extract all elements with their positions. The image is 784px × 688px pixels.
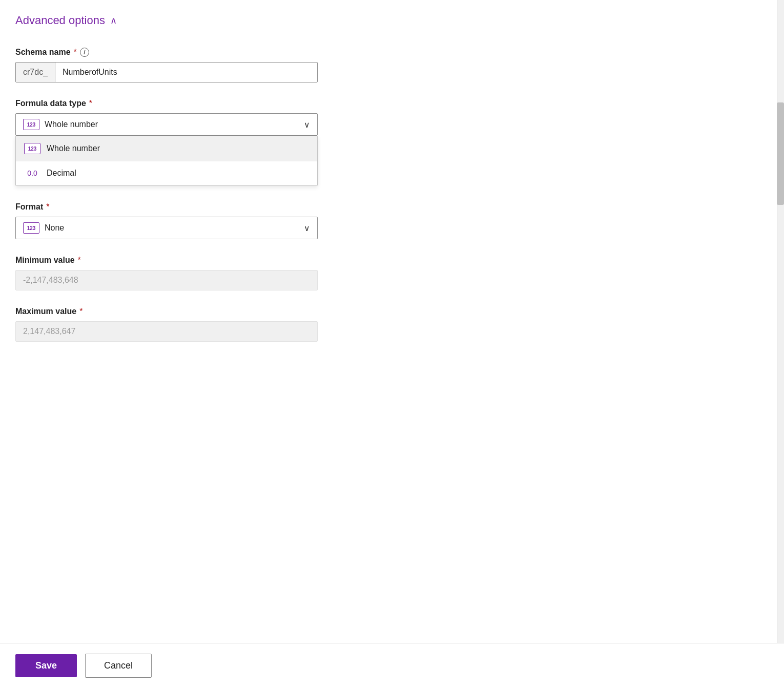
footer: Save Cancel — [0, 643, 784, 688]
formula-data-type-dropdown[interactable]: 123 Whole number ∨ 123 Whole number 0.0 … — [15, 113, 318, 136]
cancel-button[interactable]: Cancel — [85, 654, 152, 678]
minimum-value-input[interactable]: -2,147,483,648 — [15, 270, 318, 290]
formula-data-type-icon: 123 — [23, 119, 39, 130]
maximum-value-section: Maximum value * 2,147,483,647 — [15, 307, 769, 342]
format-required: * — [46, 202, 49, 212]
schema-name-value[interactable]: NumberofUnits — [55, 62, 317, 82]
format-chevron-icon: ∨ — [304, 223, 310, 233]
format-dropdown-button[interactable]: 123 None ∨ — [15, 217, 318, 239]
minimum-value-required: * — [78, 256, 81, 265]
formula-data-type-section: Formula data type * 123 Whole number ∨ 1… — [15, 99, 769, 136]
dropdown-item-decimal[interactable]: 0.0 Decimal — [16, 161, 317, 185]
formula-data-type-button[interactable]: 123 Whole number ∨ — [15, 113, 318, 136]
dropdown-item-whole-number[interactable]: 123 Whole number — [16, 136, 317, 161]
advanced-options-label: Advanced options — [15, 14, 105, 27]
formula-data-type-required: * — [89, 99, 92, 108]
schema-name-label: Schema name * i — [15, 48, 769, 57]
minimum-value-placeholder: -2,147,483,648 — [23, 276, 78, 284]
format-dropdown[interactable]: 123 None ∨ — [15, 217, 318, 239]
scrollbar[interactable] — [777, 0, 784, 688]
format-icon: 123 — [23, 222, 39, 234]
whole-number-icon: 123 — [24, 143, 40, 154]
format-label: Format * — [15, 202, 769, 212]
scrollbar-thumb[interactable] — [777, 102, 784, 205]
schema-name-info-icon[interactable]: i — [80, 48, 89, 57]
maximum-value-placeholder: 2,147,483,647 — [23, 327, 75, 336]
advanced-options-chevron-icon: ∧ — [110, 15, 117, 26]
minimum-value-section: Minimum value * -2,147,483,648 — [15, 256, 769, 290]
format-value: None — [45, 223, 64, 233]
decimal-icon: 0.0 — [24, 169, 40, 177]
maximum-value-required: * — [79, 307, 82, 316]
maximum-value-label: Maximum value * — [15, 307, 769, 316]
maximum-value-input[interactable]: 2,147,483,647 — [15, 321, 318, 342]
schema-name-section: Schema name * i cr7dc_ NumberofUnits — [15, 48, 769, 82]
schema-name-input-wrapper[interactable]: cr7dc_ NumberofUnits — [15, 62, 318, 82]
advanced-options-header[interactable]: Advanced options ∧ — [15, 14, 769, 27]
minimum-value-label: Minimum value * — [15, 256, 769, 265]
schema-prefix: cr7dc_ — [16, 62, 55, 82]
formula-data-type-chevron-icon: ∨ — [304, 120, 310, 130]
formula-data-type-value: Whole number — [45, 120, 98, 129]
formula-data-type-dropdown-list: 123 Whole number 0.0 Decimal — [15, 136, 318, 185]
formula-data-type-label: Formula data type * — [15, 99, 769, 108]
decimal-label: Decimal — [47, 169, 76, 178]
whole-number-label: Whole number — [47, 144, 100, 153]
format-section: Format * 123 None ∨ — [15, 202, 769, 239]
save-button[interactable]: Save — [15, 654, 77, 677]
schema-name-required: * — [74, 48, 77, 57]
